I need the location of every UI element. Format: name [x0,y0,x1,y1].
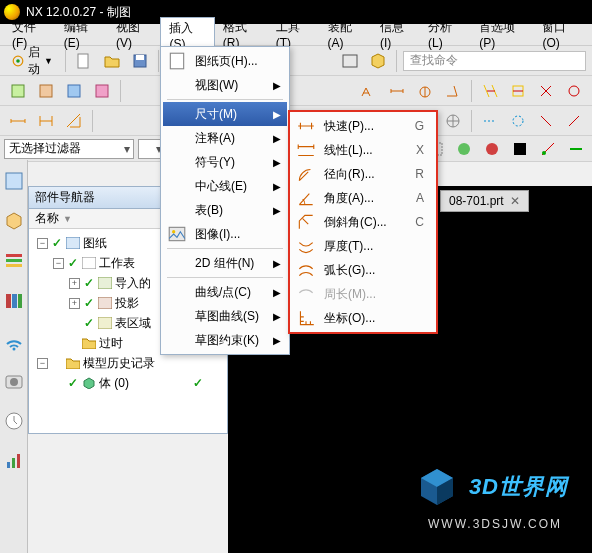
menu-item-sketchcurve[interactable]: 草图曲线(S)▶ [163,304,287,328]
tool-window[interactable] [338,49,362,73]
svg-rect-8 [68,85,80,97]
menu-item-symbol[interactable]: 符号(Y)▶ [163,150,287,174]
tool-g1[interactable] [478,109,502,133]
tool-open[interactable] [100,49,124,73]
tool-sel3[interactable] [480,137,504,161]
submenu-perimeter[interactable]: 周长(M)... [292,282,434,306]
menu-item-sheet[interactable]: 图纸页(H)... [163,49,287,73]
submenu-radial[interactable]: 径向(R)...R [292,162,434,186]
close-icon[interactable]: ✕ [510,194,520,208]
expand-icon[interactable]: + [69,278,80,289]
svg-rect-25 [6,259,22,262]
tool-d2[interactable] [385,79,409,103]
tool-g4[interactable] [562,109,586,133]
menu-label: 周长(M)... [324,286,414,303]
tool-save[interactable] [128,49,152,73]
tool-sel4[interactable] [508,137,532,161]
sidebar-clock-icon[interactable] [3,410,25,432]
start-button[interactable]: 启动 ▼ [6,46,59,76]
menu-item-dimension[interactable]: 尺寸(M)▶ [163,102,287,126]
tool-g2[interactable] [506,109,530,133]
collapse-icon[interactable]: − [37,358,48,369]
tool-e3[interactable] [534,79,558,103]
submenu-thickness[interactable]: 厚度(T)... [292,234,434,258]
tool-sel5[interactable] [536,137,560,161]
shortcut: A [416,191,424,205]
tool-e2[interactable] [506,79,530,103]
menu-analysis[interactable]: 分析(L) [420,17,471,52]
menu-item-view[interactable]: 视图(W)▶ [163,73,287,97]
sidebar-assembly-icon[interactable] [3,210,25,232]
perimeter-dim-icon [296,284,316,304]
tool-part[interactable] [366,49,390,73]
node-label: 导入的 [115,275,151,292]
tool-e4[interactable] [562,79,586,103]
selection-filter-combo[interactable]: 无选择过滤器 [4,139,134,159]
menu-window[interactable]: 窗口(O) [534,17,588,52]
tool-e1[interactable] [478,79,502,103]
menu-item-curve[interactable]: 曲线/点(C)▶ [163,280,287,304]
tool-b1[interactable] [6,109,30,133]
sidebar-wifi-icon[interactable] [3,330,25,352]
submenu-linear[interactable]: 线性(L)...X [292,138,434,162]
shortcut: X [416,143,424,157]
menu-info[interactable]: 信息(I) [372,17,420,52]
menu-item-centerline[interactable]: 中心线(E)▶ [163,174,287,198]
tool-a1[interactable] [6,79,30,103]
tool-sel6[interactable] [564,137,588,161]
menu-prefs[interactable]: 首选项(P) [471,17,534,52]
menu-label: 注释(A) [195,130,267,147]
menu-item-annotation[interactable]: 注释(A)▶ [163,126,287,150]
search-input[interactable]: 查找命令 [403,51,586,71]
svg-rect-24 [6,254,22,257]
tree-node-history[interactable]: −模型历史记录 [33,353,223,373]
tool-d3[interactable] [413,79,437,103]
arclength-dim-icon [296,260,316,280]
sidebar-books-icon[interactable] [3,290,25,312]
menu-item-2dcomp[interactable]: 2D 组件(N)▶ [163,251,287,275]
tool-f4[interactable] [441,109,465,133]
tool-d1[interactable] [357,79,381,103]
tool-b2[interactable] [34,109,58,133]
angular-dim-icon [296,188,316,208]
svg-rect-5 [343,55,357,67]
menu-view[interactable]: 视图(V) [108,17,160,52]
tool-a2[interactable] [34,79,58,103]
submenu-arclength[interactable]: 弧长(G)... [292,258,434,282]
menu-assembly[interactable]: 装配(A) [320,17,372,52]
collapse-icon[interactable]: − [37,238,48,249]
submenu-angular[interactable]: 角度(A)...A [292,186,434,210]
shortcut: C [415,215,424,229]
expand-icon[interactable]: + [69,298,80,309]
tool-g3[interactable] [534,109,558,133]
menu-edit[interactable]: 编辑(E) [56,17,108,52]
menu-separator [167,248,283,249]
submenu-rapid[interactable]: 快速(P)...G [292,114,434,138]
menu-label: 符号(Y) [195,154,267,171]
tool-a4[interactable] [90,79,114,103]
tool-sel2[interactable] [452,137,476,161]
sidebar-history-icon[interactable] [3,250,25,272]
tool-a3[interactable] [62,79,86,103]
svg-point-12 [569,86,579,96]
rapid-dim-icon [296,116,316,136]
tool-d4[interactable] [441,79,465,103]
tool-b3[interactable] [62,109,86,133]
cube-icon [415,465,459,509]
collapse-icon[interactable]: − [53,258,64,269]
sidebar-navigator-icon[interactable] [3,170,25,192]
document-tab[interactable]: 08-701.prt ✕ [440,190,529,212]
sidebar-camera-icon[interactable] [3,370,25,392]
thickness-dim-icon [296,236,316,256]
menu-item-image[interactable]: 图像(I)... [163,222,287,246]
menu-item-sketchconstr[interactable]: 草图约束(K)▶ [163,328,287,352]
menu-label: 坐标(O)... [324,310,414,327]
tree-node-body[interactable]: ✓体 (0)✓ [33,373,223,393]
submenu-chamfer[interactable]: 倒斜角(C)...C [292,210,434,234]
menu-label: 尺寸(M) [195,106,267,123]
submenu-ordinate[interactable]: 坐标(O)... [292,306,434,330]
svg-point-22 [542,151,546,155]
tool-new[interactable] [72,49,96,73]
menu-item-table[interactable]: 表(B)▶ [163,198,287,222]
sidebar-chart-icon[interactable] [3,450,25,472]
